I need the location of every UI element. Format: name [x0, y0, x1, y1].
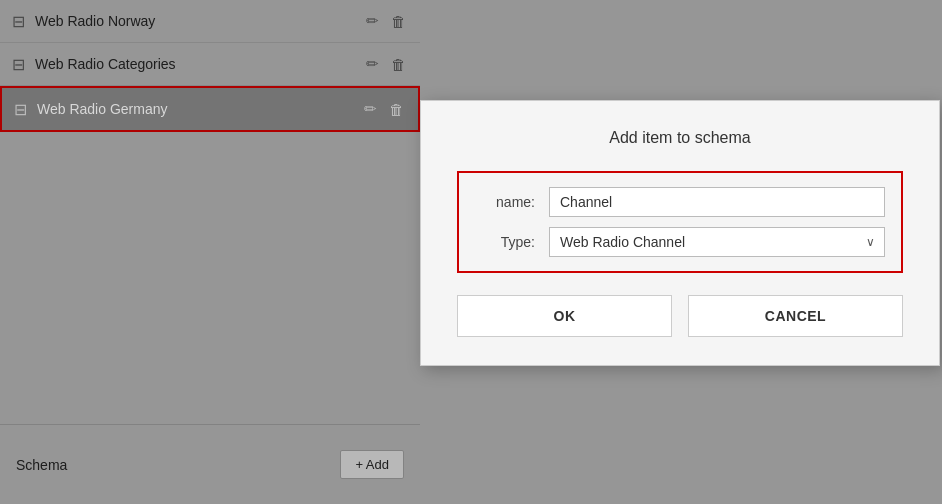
name-input[interactable] [549, 187, 885, 217]
cancel-button[interactable]: CANCEL [688, 295, 903, 337]
type-row: Type: Web Radio Channel Web Radio Statio… [475, 227, 885, 257]
dialog-title: Add item to schema [457, 129, 903, 147]
type-label: Type: [475, 234, 535, 250]
name-label: name: [475, 194, 535, 210]
type-select[interactable]: Web Radio Channel Web Radio Station Cust… [549, 227, 885, 257]
name-row: name: [475, 187, 885, 217]
type-select-wrapper: Web Radio Channel Web Radio Station Cust… [549, 227, 885, 257]
add-item-dialog: Add item to schema name: Type: Web Radio… [420, 100, 940, 366]
ok-button[interactable]: OK [457, 295, 672, 337]
form-group-container: name: Type: Web Radio Channel Web Radio … [457, 171, 903, 273]
dialog-buttons: OK CANCEL [457, 295, 903, 337]
